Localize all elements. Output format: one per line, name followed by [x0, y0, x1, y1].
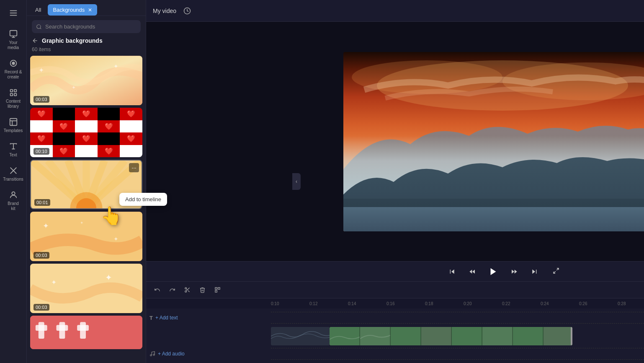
rewind-button[interactable]	[466, 265, 479, 278]
svg-text:✦: ✦	[105, 273, 112, 282]
sidebar-item-content-library[interactable]: Contentlibrary	[2, 85, 25, 112]
sidebar-item-label-your-media: Your media	[3, 40, 23, 50]
svg-point-98	[153, 354, 155, 356]
video-clip-dark[interactable]	[271, 327, 330, 345]
backgrounds-grid: ✦ ✦ ✦ 00:03 ❤️ ❤️ ❤️ ❤️ ❤️ ❤️	[27, 56, 146, 363]
svg-rect-83	[391, 327, 421, 345]
forward-button[interactable]	[507, 265, 521, 278]
svg-marker-57	[491, 268, 496, 275]
text-icon	[9, 142, 18, 151]
sidebar-item-your-media[interactable]: Your media	[2, 26, 25, 54]
backgrounds-panel: All Backgrounds ✕ Graphic backgrounds 60…	[27, 0, 146, 363]
svg-rect-11	[14, 93, 16, 96]
bg1-duration: 00:03	[33, 96, 49, 103]
svg-rect-41	[30, 316, 142, 349]
svg-text:✦: ✦	[113, 236, 118, 242]
svg-point-7	[12, 62, 15, 65]
fullscreen-button[interactable]	[553, 267, 559, 275]
timeline-section: 00:00.00 / 00:24.86	[146, 281, 644, 363]
undo-button[interactable]	[151, 284, 163, 296]
ruler-mark-3: 0:16	[386, 301, 425, 306]
ruler-mark-1: 0:12	[309, 301, 348, 306]
record-icon	[9, 59, 18, 68]
bg2-duration: 00:10	[33, 148, 49, 155]
topbar: My video Export	[146, 0, 644, 22]
sidebar-item-templates[interactable]: Templates	[2, 114, 25, 137]
audio-track-label: + Add audio	[149, 351, 271, 357]
svg-rect-47	[77, 325, 89, 331]
ruler-mark-0: 0:10	[271, 301, 309, 306]
tab-backgrounds[interactable]: Backgrounds ✕	[48, 4, 97, 16]
redo-button[interactable]	[166, 284, 178, 296]
svg-line-61	[554, 271, 556, 273]
svg-rect-88	[544, 327, 572, 345]
timeline-toolbar: 00:00.00 / 00:24.86	[146, 282, 644, 298]
ruler-mark-8: 0:26	[579, 301, 618, 306]
bg4-duration: 00:03	[33, 252, 49, 259]
svg-point-18	[37, 24, 41, 28]
sidebar-item-transitions[interactable]: Transitions	[2, 163, 25, 185]
svg-rect-8	[10, 90, 13, 92]
ruler-mark-9: 0:28	[618, 301, 644, 306]
svg-text:✦: ✦	[43, 222, 49, 230]
svg-point-62	[185, 288, 186, 289]
svg-rect-9	[14, 90, 16, 92]
background-item-6[interactable]	[30, 316, 142, 349]
sidebar-item-brand-kit[interactable]: Brandkit	[2, 187, 25, 215]
bg3-duration: 00:01	[34, 199, 50, 206]
background-item-1[interactable]: ✦ ✦ ✦ 00:03	[30, 56, 142, 105]
panel-tabs: All Backgrounds ✕	[27, 0, 146, 16]
sidebar-item-label-transitions: Transitions	[3, 177, 23, 182]
svg-rect-69	[215, 290, 216, 292]
background-item-5[interactable]: ✦ ✦ 00:03	[30, 264, 142, 313]
sidebar-item-menu[interactable]	[2, 5, 25, 21]
svg-point-97	[150, 355, 152, 356]
brand-icon	[9, 190, 18, 200]
skip-back-button[interactable]	[446, 265, 459, 278]
svg-point-17	[12, 192, 15, 195]
delete-button[interactable]	[196, 284, 208, 296]
play-button[interactable]	[486, 264, 501, 279]
left-sidebar: Your media Record &create Contentlibrary…	[0, 0, 27, 363]
svg-line-60	[556, 268, 559, 270]
video-clip-thumbnails[interactable]	[330, 327, 572, 345]
svg-rect-54	[343, 207, 644, 231]
add-text-button[interactable]: + Add text	[155, 315, 178, 321]
main-area: My video Export	[146, 0, 644, 363]
svg-line-65	[188, 290, 189, 292]
tab-all[interactable]: All	[32, 4, 44, 16]
ruler-mark-5: 0:20	[464, 301, 502, 306]
templates-icon	[9, 117, 18, 127]
skip-forward-button[interactable]	[528, 265, 541, 278]
audio-track-row: + Add audio	[146, 347, 644, 360]
svg-rect-84	[421, 327, 451, 345]
svg-rect-68	[218, 288, 219, 289]
background-item-4[interactable]: ✦ ✦ ✦ 00:03	[30, 212, 142, 261]
back-nav[interactable]: Graphic backgrounds	[27, 33, 146, 47]
svg-rect-85	[452, 327, 482, 345]
background-item-2[interactable]: ❤️ ❤️ ❤️ ❤️ ❤️ ❤️ ❤️ ❤️ ❤️ ❤️	[30, 108, 142, 157]
video-track-content	[271, 327, 644, 345]
search-input[interactable]	[45, 23, 137, 30]
collapse-panel-button[interactable]: ‹	[292, 173, 301, 190]
more-options-button[interactable]	[211, 284, 223, 296]
svg-marker-58	[532, 269, 535, 274]
transitions-icon	[9, 166, 18, 175]
tab-close-icon[interactable]: ✕	[88, 7, 92, 13]
svg-rect-87	[513, 327, 543, 345]
sidebar-item-label-brand: Brandkit	[8, 201, 19, 211]
sidebar-item-record-create[interactable]: Record &create	[2, 55, 25, 83]
audio-track-content	[271, 348, 644, 360]
svg-rect-67	[215, 288, 216, 289]
cut-button[interactable]	[181, 284, 193, 296]
ruler-mark-7: 0:24	[541, 301, 579, 306]
svg-rect-45	[57, 325, 68, 331]
back-nav-label: Graphic backgrounds	[42, 37, 103, 44]
library-icon	[9, 88, 18, 97]
project-title: My video	[153, 8, 176, 14]
add-audio-button[interactable]: + Add audio	[158, 351, 185, 357]
save-status-icon[interactable]	[181, 5, 193, 17]
sidebar-item-text[interactable]: Text	[2, 138, 25, 161]
sidebar-item-label-text: Text	[9, 153, 17, 158]
bg3-more-btn[interactable]: ···	[129, 163, 139, 172]
